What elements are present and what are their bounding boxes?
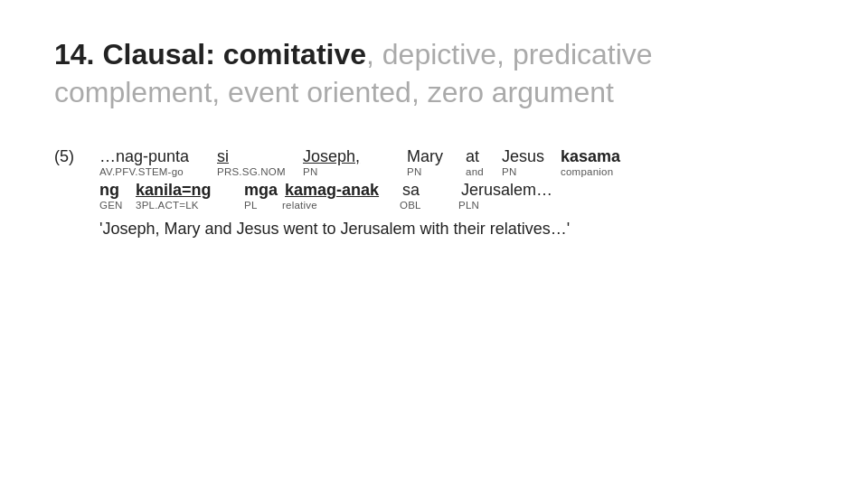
word-kasama: kasama — [561, 147, 620, 166]
cell-kanila: kanila=ng — [136, 181, 244, 200]
cell-kasama: kasama — [561, 147, 651, 166]
gloss-av-pfv: AV.PFV.STEM-go — [99, 166, 184, 177]
gloss-si: PRS.SG.NOM — [217, 166, 303, 177]
cell-at: at — [466, 147, 502, 166]
gloss-nag-punta: AV.PFV.STEM-go — [99, 166, 217, 177]
gloss-jerusalem: PLN — [458, 200, 558, 211]
gloss-and: and — [466, 166, 484, 177]
gloss-jesus: PN — [502, 166, 561, 177]
gloss-prs-sg-nom: PRS.SG.NOM — [217, 166, 286, 177]
word-sa: sa — [402, 181, 420, 200]
word-nag-punta: …nag-punta — [99, 147, 189, 166]
cell-sa: sa — [402, 181, 461, 200]
gloss-table: …nag-punta si Joseph, Mary at — [99, 147, 814, 239]
row2-block: ng kanila=ng mga kamag-anak sa — [99, 181, 814, 211]
row2-words: ng kanila=ng mga kamag-anak sa — [99, 181, 814, 200]
example-number: (5) — [54, 147, 99, 166]
gloss-mary: PN — [407, 166, 466, 177]
cell-si: si — [217, 147, 303, 166]
translation-text: 'Joseph, Mary and Jesus went to Jerusale… — [99, 220, 570, 238]
gloss-companion: companion — [561, 166, 613, 177]
row1-glosses: AV.PFV.STEM-go PRS.SG.NOM PN PN and — [99, 166, 814, 177]
title-bold: 14. Clausal: comitative — [54, 38, 366, 70]
gloss-ng: GEN — [99, 200, 136, 211]
gloss-pn-jesus: PN — [502, 166, 516, 177]
row1-words: …nag-punta si Joseph, Mary at — [99, 147, 814, 166]
cell-jesus: Jesus — [502, 147, 561, 166]
gloss-pln: PLN — [458, 200, 479, 211]
gloss-pn-joseph: PN — [303, 166, 317, 177]
example-block: (5) …nag-punta si Joseph, Mary — [54, 147, 814, 239]
gloss-pn-mary: PN — [407, 166, 421, 177]
word-kanila: kanila=ng — [136, 181, 212, 200]
word-at: at — [466, 147, 479, 166]
gloss-at: and — [466, 166, 502, 177]
cell-jerusalem: Jerusalem… — [461, 181, 561, 200]
word-mga: mga — [244, 181, 278, 200]
slide-container: 14. Clausal: comitative, depictive, pred… — [54, 36, 814, 239]
cell-nag-punta: …nag-punta — [99, 147, 217, 166]
word-jerusalem: Jerusalem… — [461, 181, 552, 200]
gloss-kasama: companion — [561, 166, 651, 177]
word-si: si — [217, 147, 229, 166]
row1-block: …nag-punta si Joseph, Mary at — [99, 147, 814, 177]
word-jesus: Jesus — [502, 147, 544, 166]
gloss-mga: PL — [244, 200, 282, 211]
gloss-relative: relative — [282, 200, 317, 211]
gloss-obl: OBL — [400, 200, 421, 211]
gloss-3pl-act: 3PL.ACT=LK — [136, 200, 199, 211]
word-ng: ng — [99, 181, 119, 200]
translation-line: 'Joseph, Mary and Jesus went to Jerusale… — [99, 220, 814, 239]
gloss-pl: PL — [244, 200, 258, 211]
row2-glosses: GEN 3PL.ACT=LK PL relative OBL — [99, 200, 814, 211]
gloss-joseph: PN — [303, 166, 407, 177]
cell-ng: ng — [99, 181, 136, 200]
word-kamag: kamag-anak — [285, 181, 379, 200]
slide-title: 14. Clausal: comitative, depictive, pred… — [54, 36, 814, 111]
word-joseph: Joseph, — [303, 147, 360, 166]
gloss-sa: OBL — [400, 200, 458, 211]
gloss-kamag: relative — [282, 200, 400, 211]
gloss-kanila: 3PL.ACT=LK — [136, 200, 244, 211]
cell-kamag: kamag-anak — [285, 181, 402, 200]
cell-mary: Mary — [407, 147, 466, 166]
word-mary: Mary — [407, 147, 443, 166]
cell-joseph: Joseph, — [303, 147, 407, 166]
cell-mga: mga — [244, 181, 285, 200]
gloss-gen: GEN — [99, 200, 123, 211]
